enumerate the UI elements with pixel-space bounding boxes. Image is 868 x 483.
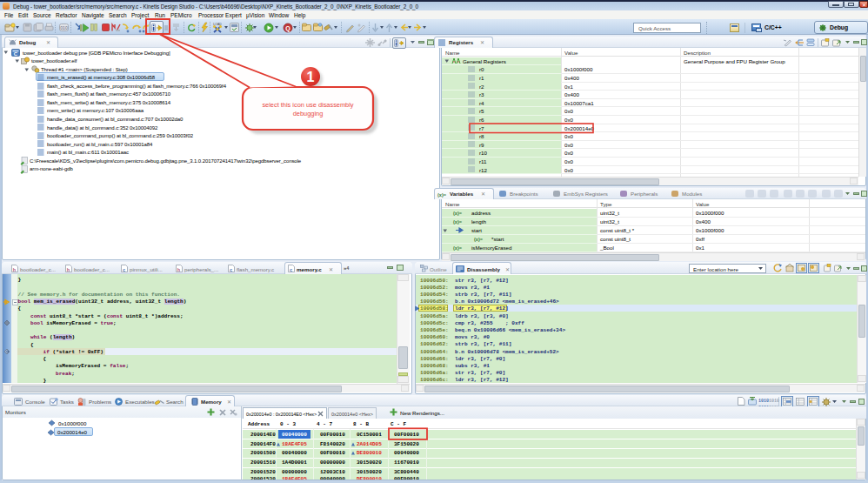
svg-text:debugging: debugging xyxy=(293,110,324,117)
svg-text:1: 1 xyxy=(307,70,315,84)
svg-text:select this icon use disassemb: select this icon use disassembly xyxy=(262,101,353,109)
